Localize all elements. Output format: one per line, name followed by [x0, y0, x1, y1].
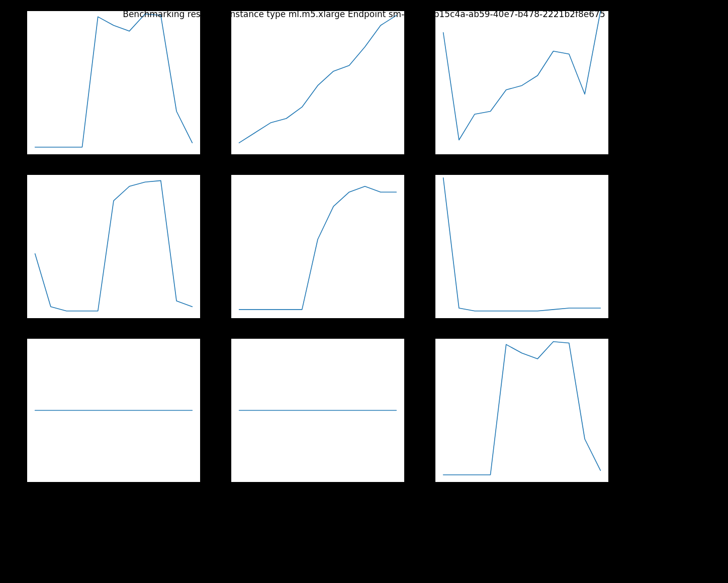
chart-line: [231, 339, 404, 482]
chart-line: [435, 175, 608, 318]
chart-line: [435, 11, 608, 154]
chart-line: [435, 339, 608, 482]
chart-line: [231, 175, 404, 318]
chart-panel-2: [435, 11, 608, 154]
chart-panel-0: [27, 11, 200, 154]
chart-panel-8: [435, 339, 608, 482]
figure: Benchmarking result on instance type ml.…: [0, 0, 728, 583]
chart-line: [27, 175, 200, 318]
chart-panel-5: [435, 175, 608, 318]
chart-panel-3: [27, 175, 200, 318]
chart-panel-6: [27, 339, 200, 482]
chart-panel-4: [231, 175, 404, 318]
chart-line: [27, 11, 200, 154]
chart-panel-1: [231, 11, 404, 154]
chart-line: [27, 339, 200, 482]
chart-panel-7: [231, 339, 404, 482]
chart-line: [231, 11, 404, 154]
